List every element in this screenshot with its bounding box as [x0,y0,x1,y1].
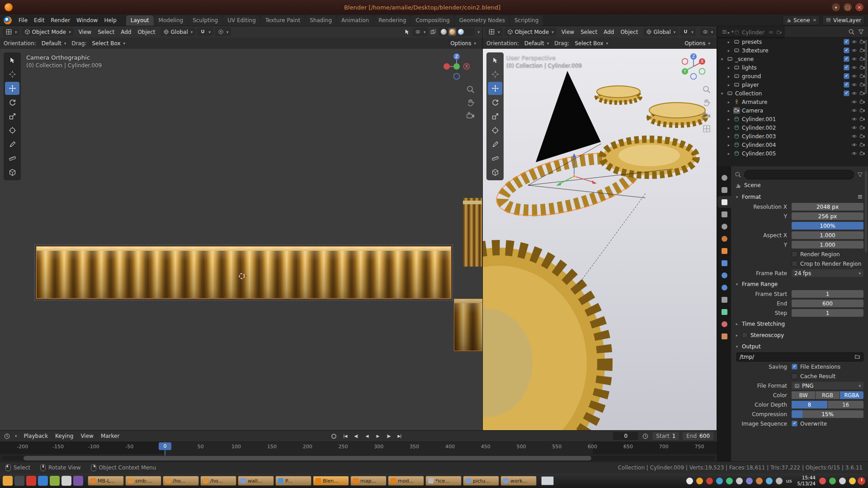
expand-arrow-icon[interactable]: ▸ [726,30,731,35]
collection-checkbox[interactable] [844,39,849,45]
tool-rotate-button[interactable] [5,96,19,109]
workspace-tab[interactable]: Modeling [154,15,188,26]
app-menu-item[interactable]: File [15,17,31,23]
resolution-x-field[interactable]: 2048 px [792,203,863,211]
outliner-row[interactable]: ▸ Cylinder.004 [717,141,868,149]
color-depth-button[interactable]: 16 [828,401,863,408]
outliner-row[interactable]: ▸ Cylinder [717,26,785,38]
app-menu-item[interactable]: Window [73,17,101,23]
jump-to-start-button[interactable]: |◀ [340,432,350,440]
outliner-row[interactable]: ▸ Cylinder.005 [717,149,868,158]
tab-render[interactable] [717,184,731,196]
expand-arrow-icon[interactable]: ▸ [726,126,731,130]
editor-type-button[interactable]: ▾ [3,28,20,36]
color-depth-button[interactable]: 8 [792,401,827,408]
viewport-menu-item[interactable]: Select [577,29,600,35]
hide-in-viewport-eye-icon[interactable] [851,99,857,105]
time-stretching-section-header[interactable]: ▸Time Stretching [735,319,863,329]
expand-arrow-icon[interactable]: ▸ [726,143,731,147]
outliner-filter-icon[interactable] [858,28,864,35]
app-menu-item[interactable]: Edit [31,17,47,23]
disable-in-render-camera-icon[interactable] [859,116,865,122]
jump-to-next-keyframe-button[interactable]: |▶ [383,432,393,440]
taskbar-window-button[interactable]: *ice... [425,476,462,486]
taskbar-window-button[interactable]: Blen... [313,476,349,486]
browse-folder-icon[interactable] [854,354,860,360]
hide-in-viewport-eye-icon[interactable] [851,65,857,70]
mode-dropdown[interactable]: Object Mode▾ [22,28,74,36]
hide-in-viewport-eye-icon[interactable] [851,56,857,62]
close-button[interactable]: ✕ [855,3,863,11]
drag-dropdown[interactable]: Select Box▾ [572,39,611,47]
tool-rotate-button[interactable] [488,96,502,109]
workspace-tab[interactable]: Geometry Nodes [455,15,509,26]
xray-toggle-icon[interactable] [430,28,437,35]
collection-checkbox[interactable] [844,90,849,96]
properties-search-input[interactable] [744,170,854,179]
expand-arrow-icon[interactable]: ▾ [719,57,725,61]
play-reverse-button[interactable]: ◀ [362,432,372,440]
timeline-editor-type-icon[interactable] [4,433,10,440]
resolution-percentage-slider[interactable]: 100% [792,222,863,230]
pan-hand-icon[interactable] [466,98,475,107]
coin-stack-right[interactable] [649,103,705,125]
tool-move-button[interactable] [5,82,19,95]
render-region-checkbox[interactable] [792,251,797,257]
taskbar-window-button[interactable]: mod... [388,476,424,486]
hide-in-viewport-eye-icon[interactable] [851,133,857,139]
tab-material[interactable] [717,318,731,330]
tool-move-button[interactable] [488,82,502,95]
blender-logo-icon[interactable] [4,16,12,24]
crop-render-region-checkbox[interactable] [792,261,797,267]
aspect-y-field[interactable]: 1.000 [792,241,863,249]
tray-icon-11[interactable] [819,478,826,484]
snapping-button[interactable]: ▾ [680,28,696,36]
properties-scrollbar[interactable] [865,171,867,252]
hide-in-viewport-eye-icon[interactable] [851,108,857,113]
material-preview-button[interactable] [457,28,465,36]
collection-checkbox[interactable] [844,82,849,88]
solid-shading-button[interactable] [448,28,456,36]
viewport-menu-item[interactable]: Select [94,29,118,35]
outliner-scrollbar[interactable] [865,40,867,94]
launcher-icon-3[interactable] [26,476,36,486]
launcher-icon-5[interactable] [50,476,60,486]
cache-result-checkbox[interactable] [792,373,797,379]
outliner-row[interactable]: ▸ player [717,80,868,89]
compression-slider[interactable]: 15% [792,410,863,418]
tool-annotate-button[interactable] [5,138,19,151]
tool-add-cube-button[interactable] [5,166,19,179]
tray-icon-1[interactable] [686,478,693,484]
drag-dropdown[interactable]: Select Box▾ [89,39,128,47]
workspace-tab[interactable]: Texture Paint [261,15,305,26]
mode-dropdown[interactable]: Object Mode▾ [505,28,557,36]
workspace-tab[interactable]: Animation [337,15,373,26]
taskbar-window-button[interactable]: wall... [238,476,274,486]
resolution-y-field[interactable]: 256 px [792,212,863,220]
launcher-icon-4[interactable] [38,476,48,486]
expand-arrow-icon[interactable]: ▸ [726,40,731,44]
outliner-row[interactable]: ▸ Cylinder.002 [717,123,868,132]
hide-in-viewport-eye-icon[interactable] [851,116,857,122]
orientation-dropdown[interactable]: Default▾ [39,39,69,47]
disable-in-render-camera-icon[interactable] [859,125,865,131]
file-format-dropdown[interactable]: PNG▾ [792,382,863,389]
timeline-scrollbar-handle[interactable] [24,456,591,460]
keyboard-layout-indicator[interactable]: us [784,478,794,484]
hide-in-viewport-eye-icon[interactable] [851,73,857,79]
transform-orientation-dropdown[interactable]: Global▾ [643,28,679,36]
workspace-tab[interactable]: Layout [126,15,154,26]
workspace-tab[interactable]: Shading [305,15,336,26]
tab-object[interactable] [717,245,731,257]
editor-type-button[interactable]: ▾ [486,28,503,36]
outliner-row[interactable]: ▸ Armature [717,98,868,106]
disable-in-render-camera-icon[interactable] [859,99,865,105]
jump-to-prev-keyframe-button[interactable]: ◀| [351,432,361,440]
stereoscopy-checkbox[interactable] [742,332,748,338]
wireframe-shading-button[interactable] [440,28,448,36]
launcher-icon-7[interactable] [73,476,83,486]
tool-annotate-button[interactable] [488,138,502,151]
timeline-menu-item[interactable]: Keying [52,433,76,439]
tab-tool[interactable] [717,172,731,183]
taskbar-window-button[interactable]: /ho... [200,476,236,486]
